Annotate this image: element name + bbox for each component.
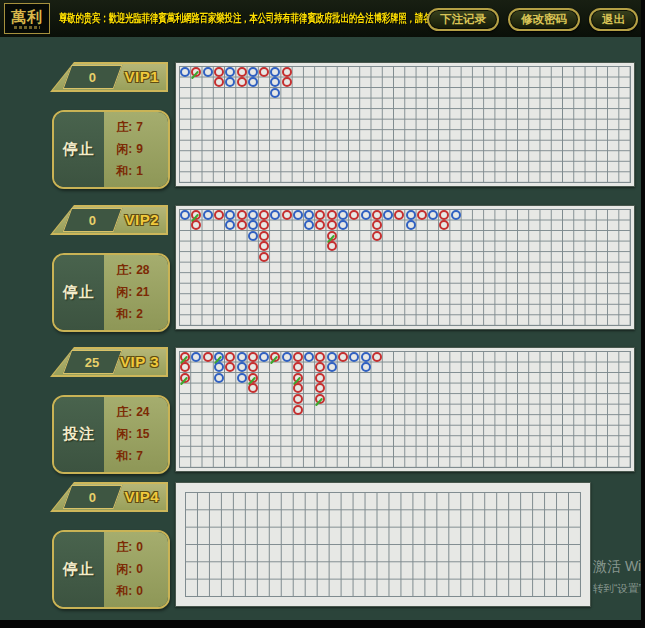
player-circle [203, 67, 213, 77]
banker-circle [237, 67, 247, 77]
tie-value: 2 [136, 307, 143, 321]
player-circle [225, 67, 235, 77]
vip-label: VIP2 [124, 205, 159, 235]
player-circle [383, 210, 393, 220]
banker-circle [282, 77, 292, 87]
player-circle [214, 373, 224, 383]
table-status-button[interactable]: 停止 [54, 255, 104, 330]
banker-label: 庄: [116, 263, 132, 277]
roadmap-grid [179, 351, 631, 468]
banker-value: 28 [136, 263, 149, 277]
roadmap-grid [179, 209, 631, 326]
player-circle [406, 220, 416, 230]
welcome-marquee: 尊敬的贵宾：歡迎光臨菲律賓萬利網路百家樂投注，本公司持有菲律賓政府批出的合法博彩… [59, 11, 481, 26]
logout-button[interactable]: 退出 [589, 8, 638, 31]
badge-count: 0 [89, 490, 96, 505]
top-bar: 萬利 尊敬的贵宾：歡迎光臨菲律賓萬利網路百家樂投注，本公司持有菲律賓政府批出的合… [0, 0, 645, 37]
player-circle [259, 352, 269, 362]
banker-circle [259, 252, 269, 262]
roadmap-panel [175, 62, 635, 187]
banker-circle [349, 210, 359, 220]
tie-value: 0 [136, 584, 143, 598]
banker-count-row: 庄:0 [116, 539, 168, 556]
tie-label: 和: [116, 307, 132, 321]
player-value: 15 [136, 427, 149, 441]
tie-marker [315, 398, 323, 407]
player-circle [248, 67, 258, 77]
banker-circle [327, 231, 337, 241]
tie-count-row: 和:7 [116, 448, 168, 465]
banker-circle [293, 362, 303, 372]
banker-count-row: 庄:28 [116, 262, 168, 279]
player-circle [428, 210, 438, 220]
player-value: 21 [136, 285, 149, 299]
banker-circle [282, 67, 292, 77]
table-status-button[interactable]: 停止 [54, 532, 104, 607]
tie-label: 和: [116, 164, 132, 178]
badge-count-box: 25 [63, 350, 123, 374]
table-panel: 停止 庄:7 闲:9 和:1 [52, 110, 170, 189]
player-circle [270, 67, 280, 77]
player-circle [327, 362, 337, 372]
table-status-button[interactable]: 停止 [54, 112, 104, 187]
banker-circle [248, 362, 258, 372]
banker-circle [237, 77, 247, 87]
player-circle [214, 352, 224, 362]
banker-circle [259, 67, 269, 77]
banker-circle [315, 373, 325, 383]
bet-records-button[interactable]: 下注记录 [427, 8, 499, 31]
window-bottom-edge [0, 620, 645, 628]
banker-circle [439, 210, 449, 220]
banker-circle [180, 362, 190, 372]
player-count-row: 闲:21 [116, 284, 168, 301]
badge-count: 25 [85, 355, 99, 370]
banker-circle [315, 352, 325, 362]
tie-count-row: 和:2 [116, 306, 168, 323]
roadmap-grid [185, 492, 581, 597]
table-section: 0 VIP4 停止 庄:0 闲:0 和:0 [0, 482, 645, 606]
tie-marker [270, 355, 278, 364]
table-stats: 庄:7 闲:9 和:1 [104, 112, 168, 187]
player-circle [361, 352, 371, 362]
table-stats: 庄:28 闲:21 和:2 [104, 255, 168, 330]
banker-circle [203, 352, 213, 362]
banker-circle [225, 352, 235, 362]
banker-circle [214, 210, 224, 220]
banker-circle [372, 352, 382, 362]
banker-circle [293, 394, 303, 404]
change-password-button[interactable]: 修改密码 [508, 8, 580, 31]
banker-label: 庄: [116, 120, 132, 134]
banker-value: 7 [136, 120, 143, 134]
banker-circle [394, 210, 404, 220]
player-circle [237, 352, 247, 362]
tie-value: 1 [136, 164, 143, 178]
player-circle [225, 210, 235, 220]
player-circle [349, 352, 359, 362]
player-value: 9 [136, 142, 143, 156]
player-circle [248, 220, 258, 230]
banker-circle [372, 210, 382, 220]
player-label: 闲: [116, 562, 132, 576]
table-status-button[interactable]: 投注 [54, 397, 104, 472]
banker-count-row: 庄:7 [116, 119, 168, 136]
player-circle [327, 352, 337, 362]
logo-subtext-decoration [14, 26, 40, 29]
tie-label: 和: [116, 449, 132, 463]
roadmap-panel [175, 347, 635, 472]
banker-circle [439, 220, 449, 230]
banker-circle [315, 210, 325, 220]
vip-label: VIP1 [124, 62, 159, 92]
player-label: 闲: [116, 285, 132, 299]
banker-circle [214, 67, 224, 77]
player-circle [214, 362, 224, 372]
banker-circle [180, 373, 190, 383]
player-circle [191, 352, 201, 362]
player-circle [180, 210, 190, 220]
tie-value: 7 [136, 449, 143, 463]
player-label: 闲: [116, 427, 132, 441]
player-count-row: 闲:9 [116, 141, 168, 158]
banker-circle [315, 383, 325, 393]
table-badge: 0 VIP4 [50, 482, 168, 512]
player-circle [237, 373, 247, 383]
vip-label: VIP4 [124, 482, 159, 512]
